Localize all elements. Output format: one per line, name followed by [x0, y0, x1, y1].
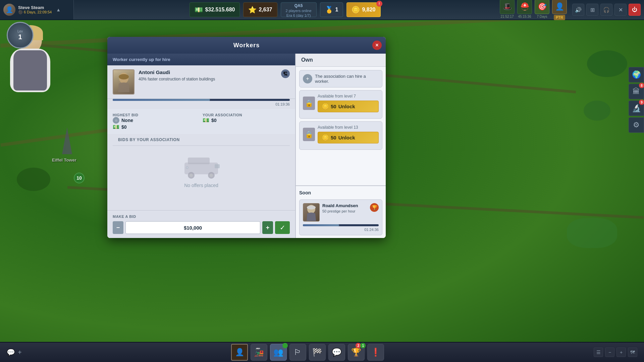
gold-alert-badge: ! — [376, 1, 382, 7]
user-status-label: ⚫ 6 Days, 22:09:54 — [18, 10, 52, 14]
unlock-label-2: Unlock — [338, 135, 355, 140]
fullscreen-button[interactable]: ⊞ — [586, 4, 598, 16]
bottom-right-icons: ☰ − + 🗺 — [594, 348, 637, 357]
lock-info-2: Available from level 13 🪙 50 Unlock — [318, 125, 379, 143]
bid-controls: − $10,000 + ✓ — [113, 221, 290, 234]
medals-value: 1 — [335, 7, 338, 13]
hire-header: Worker currently up for hire — [107, 54, 295, 65]
bids-section: BIDS BY YOUR ASSOCIATION — [107, 134, 295, 210]
hire-worker-slot[interactable]: + The association can hire a worker. — [299, 70, 382, 87]
timer1-icon[interactable]: 🎩 — [500, 0, 515, 14]
qa-sub1: 2 players online — [286, 9, 312, 13]
modal-close-button[interactable]: × — [372, 41, 382, 50]
gold-icon: 🪙 — [352, 6, 360, 14]
lock-icon-1: 🔒 — [303, 97, 315, 110]
hire-text: The association can hire a worker. — [315, 74, 379, 84]
soon-timer-track — [303, 224, 379, 226]
nav-flags-button[interactable]: 🏳 — [289, 344, 306, 361]
modal-header: Workers × — [107, 37, 386, 54]
make-bid-label: MAKE A BID — [113, 215, 290, 219]
money-icon-2: 💵 — [113, 124, 119, 130]
points-stat: ⭐ 2,637 — [243, 2, 277, 17]
nav-achievements-button[interactable]: 🏆 2 1 — [348, 344, 365, 361]
profile-timers: 🎩 21:52:17 ⛑️ 45:15:36 🎯 7 Days 👤 PTR — [500, 0, 567, 20]
assoc-bid-label: YOUR ASSOCIATION — [203, 113, 290, 117]
coin-icon-2: 🪙 — [322, 134, 329, 141]
qa-title: QA5 — [294, 3, 303, 8]
ptr-icon[interactable]: 👤 — [552, 0, 567, 14]
unlock-button-1[interactable]: 🪙 50 Unlock — [318, 101, 379, 112]
locked-slot-1: 🔒 Available from level 7 🪙 50 Unlock — [299, 90, 382, 119]
unlock-button-2[interactable]: 🪙 50 Unlock — [318, 132, 379, 143]
nav-alerts-button[interactable]: ❗ — [367, 344, 384, 361]
lock-level-2: Available from level 13 — [318, 125, 379, 130]
highest-bid-money: $0 — [121, 124, 127, 130]
nav-chat-button[interactable]: 💬 — [328, 344, 345, 361]
soon-worker-desc: 50 prestige per hour — [322, 209, 367, 213]
lock-level-1: Available from level 7 — [318, 94, 379, 99]
timer2-value: 45:15:36 — [518, 15, 531, 18]
assoc-bid-row: 💵 $0 — [203, 117, 290, 123]
building-badge: 8 — [639, 83, 644, 88]
sound-button[interactable]: 🔊 — [572, 4, 584, 16]
qa-stat: QA5 2 players online Era 6 (day 1/7) — [281, 2, 317, 17]
soon-title: Soon — [299, 189, 382, 197]
bid-confirm-button[interactable]: ✓ — [275, 221, 290, 234]
left-panel: Worker currently up for hire — [107, 54, 295, 238]
side-panel-right: 🌍 🏛 8 🔬 9 ⚙ — [629, 67, 644, 133]
medal-icon: 🥇 — [325, 6, 333, 14]
settings-button[interactable]: ✕ — [614, 4, 627, 16]
add-chat-button[interactable]: + — [18, 349, 22, 356]
worker-type-icon: 🏗 — [281, 69, 290, 78]
timer1-value: 21:52:17 — [501, 15, 514, 18]
chat-bubble-icon[interactable]: 💬 — [7, 348, 15, 356]
globe-button[interactable]: 🌍 — [629, 67, 644, 82]
nav-workers-button[interactable]: 👥 — [270, 344, 287, 361]
bids-content: No offers placed — [113, 146, 290, 188]
svg-rect-10 — [215, 164, 220, 168]
research-button[interactable]: 🔬 9 — [629, 101, 644, 116]
menu-button[interactable]: ☰ — [594, 348, 603, 357]
level-text: Lev — [17, 29, 23, 33]
money-stat: 💵 $32.515.680 — [190, 2, 240, 17]
workers-badge — [282, 343, 288, 348]
modal-title: Workers — [233, 42, 260, 49]
top-bar: 👤 Steve Steam ⚫ 6 Days, 22:09:54 ▲ 💵 $32… — [0, 0, 644, 20]
train-illustration — [181, 146, 221, 179]
level-badge: Lev 1 — [7, 22, 34, 49]
map-eiffel-label: Eiffel Tower — [52, 158, 76, 163]
headset-button[interactable]: 🎧 — [600, 4, 612, 16]
bid-amount-input[interactable]: $10,000 — [125, 221, 260, 234]
right-panel: Own + The association can hire a worker.… — [295, 54, 386, 238]
map-number-badge: 10 — [74, 173, 85, 183]
timer3-icon[interactable]: 🎯 — [535, 0, 549, 14]
exit-button[interactable]: ⏻ — [629, 4, 641, 16]
lock-icon-2: 🔒 — [303, 128, 315, 141]
user-details: Steve Steam ⚫ 6 Days, 22:09:54 — [18, 5, 52, 14]
soon-section: Soon Roald Amundsen — [296, 185, 386, 238]
svg-point-7 — [210, 174, 213, 177]
building-button[interactable]: 🏛 8 — [629, 84, 644, 99]
soon-timer-text: 01:24:36 — [303, 228, 379, 232]
zoom-in-button[interactable]: + — [616, 348, 626, 357]
highest-bid-row: ○ None — [113, 117, 200, 124]
own-header: Own — [296, 54, 386, 67]
expand-user-button[interactable]: ▲ — [54, 7, 62, 12]
svg-point-1 — [119, 74, 129, 79]
highest-bid-money-row: 💵 $0 — [113, 124, 200, 130]
worker-portrait-img — [113, 70, 134, 94]
soon-worker-row: Roald Amundsen 50 prestige per hour 🏆 — [303, 203, 379, 222]
worker-timer-section: 01:19:36 — [107, 99, 295, 109]
timer2-icon[interactable]: ⛑️ — [517, 0, 532, 14]
settings2-button[interactable]: ⚙ — [629, 117, 644, 133]
bid-minus-button[interactable]: − — [113, 221, 123, 234]
nav-train-button[interactable]: 🚂 — [251, 344, 267, 361]
player-avatar-bottom[interactable]: 👤 — [231, 344, 248, 361]
nav-finish-button[interactable]: 🏁 — [309, 344, 326, 361]
bid-plus-button[interactable]: + — [262, 221, 273, 234]
modal-window: Workers × Worker currently up for hire — [107, 37, 386, 238]
top-bar-right: 🎩 21:52:17 ⛑️ 45:15:36 🎯 7 Days 👤 PTR 🔊 … — [496, 0, 644, 20]
zoom-out-button[interactable]: − — [605, 348, 614, 357]
worker-desc: 40% faster construction of station build… — [139, 76, 277, 82]
map-button[interactable]: 🗺 — [628, 348, 637, 357]
